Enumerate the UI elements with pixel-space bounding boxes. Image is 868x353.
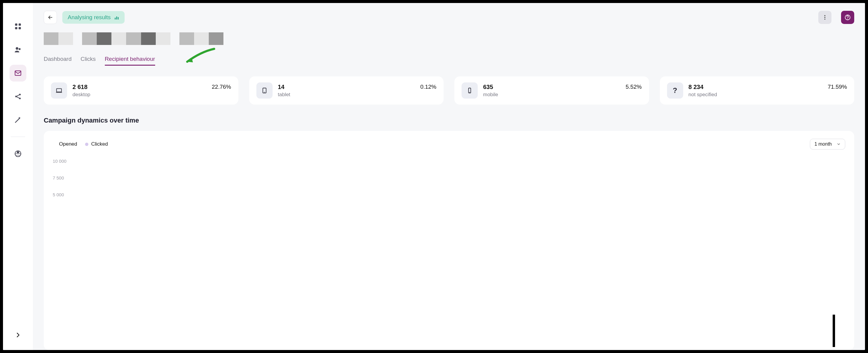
nav-mail[interactable] [9,65,26,82]
tab-dashboard[interactable]: Dashboard [44,56,71,66]
stat-count: 14 [278,84,290,90]
chevron-down-icon [837,142,841,146]
svg-rect-13 [115,18,116,20]
stat-label: mobile [483,92,498,98]
chart-y-axis: 10 000 7 500 5 000 [53,158,845,197]
svg-rect-2 [15,27,18,29]
y-tick: 7 500 [53,175,845,180]
sidebar-divider [11,137,25,137]
svg-line-10 [17,95,20,96]
arrow-left-icon [47,14,53,20]
tab-recipient-behaviour[interactable]: Recipient behaviour [105,56,155,66]
people-icon [14,46,22,54]
sidebar-expand-button[interactable] [9,327,26,344]
legend-label: Opened [59,141,77,147]
svg-rect-0 [15,23,18,26]
svg-rect-21 [57,89,62,92]
stat-label: tablet [278,92,290,98]
status-pill: Analysing results [62,11,125,24]
sidebar [3,3,33,350]
stat-pct: 5.52% [626,84,642,90]
svg-point-20 [847,19,848,19]
stat-pct: 0.12% [420,84,436,90]
legend-opened[interactable]: Opened [53,141,77,147]
stat-count: 2 618 [72,84,90,90]
stat-count: 8 234 [689,84,717,90]
help-button[interactable] [841,11,854,24]
tablet-icon [256,82,273,98]
svg-point-18 [824,19,825,20]
nav-people[interactable] [9,41,26,58]
section-title: Campaign dynamics over time [44,117,854,124]
stat-pct: 22.76% [212,84,231,90]
y-tick: 5 000 [53,192,845,197]
svg-point-17 [824,17,825,18]
stats-row: 2 618 desktop 22.76% 14 tablet 0.12% [44,77,854,105]
nav-soccer[interactable] [9,145,26,162]
question-icon: ? [667,82,683,98]
dots-vertical-icon [822,14,828,20]
chart-card: Opened Clicked 1 month 10 000 7 500 5 00… [44,131,854,350]
chevron-right-icon [15,332,21,338]
nav-share[interactable] [9,88,26,105]
svg-rect-15 [118,17,119,20]
ball-icon [14,150,22,158]
legend-label: Clicked [91,141,108,147]
more-button[interactable] [818,11,832,24]
svg-rect-3 [19,27,21,29]
stat-pct: 71.59% [828,84,847,90]
svg-rect-14 [116,17,117,20]
svg-point-4 [16,47,18,50]
tab-clicks[interactable]: Clicks [81,56,96,66]
back-button[interactable] [44,11,57,24]
mobile-icon [462,82,478,98]
grid-icon [14,23,22,30]
range-label: 1 month [814,142,832,147]
topbar: Analysing results [44,11,854,24]
stat-not-specified: ? 8 234 not specified 71.59% [660,77,855,105]
help-circle-icon [844,14,851,21]
svg-rect-1 [19,23,21,26]
y-tick: 10 000 [53,158,845,163]
legend-dot-icon [85,143,88,146]
stat-desktop: 2 618 desktop 22.76% [44,77,239,105]
desktop-icon [51,82,67,98]
stat-label: not specified [689,92,717,98]
wand-icon [14,116,22,124]
tabs: Dashboard Clicks Recipient behaviour [44,56,854,66]
svg-line-11 [17,97,20,98]
stat-tablet: 14 tablet 0.12% [249,77,444,105]
nav-tools[interactable] [9,112,26,128]
chart-bar-artifact [833,315,835,347]
nav-apps[interactable] [9,18,26,35]
share-icon [14,93,22,100]
svg-point-16 [824,15,825,16]
svg-point-5 [19,48,20,50]
range-select[interactable]: 1 month [810,139,845,150]
page-title-redacted [44,32,223,45]
main: Analysing results Dashboard Clicks Recip… [33,3,865,350]
status-label: Analysing results [68,14,111,21]
mail-icon [14,69,22,77]
stat-mobile: 635 mobile 5.52% [454,77,649,105]
stat-label: desktop [72,92,90,98]
chart-header: Opened Clicked 1 month [53,139,845,150]
bar-chart-icon [115,15,119,20]
legend-clicked[interactable]: Clicked [85,141,108,147]
stat-count: 635 [483,84,498,90]
